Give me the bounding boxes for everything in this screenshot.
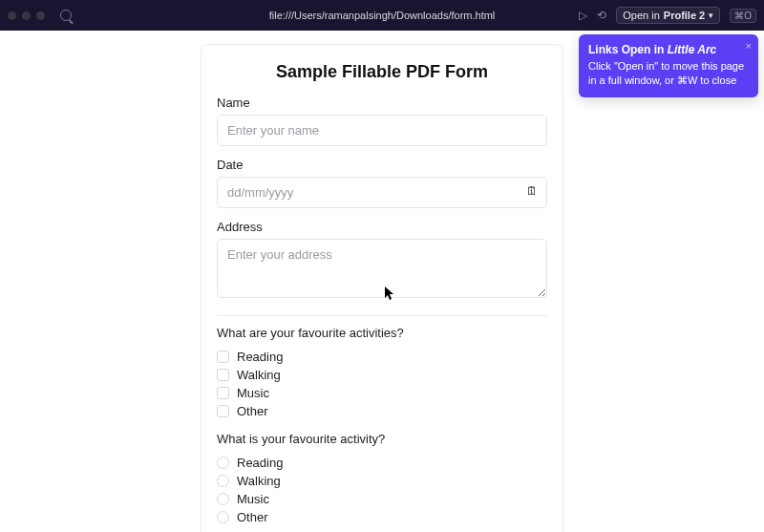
tooltip-body: Click "Open in" to move this page in a f… [588,59,749,88]
extension-icon[interactable]: ▷ [579,9,587,22]
checkbox-option[interactable]: Other [217,402,547,420]
name-label: Name [217,96,547,110]
tooltip-title-em: Little Arc [668,43,717,56]
checkbox-icon[interactable] [217,405,229,417]
checkbox-icon[interactable] [217,387,229,399]
shortcut-badge: ⌘O [730,9,756,23]
calendar-icon[interactable]: 🗓 [526,184,538,198]
option-label: Other [237,404,268,418]
traffic-light-max[interactable] [36,11,45,20]
name-input[interactable] [217,115,547,146]
question-multi: What are your favourite activities? [217,326,547,340]
window-controls [8,11,45,20]
radio-option[interactable]: Reading [217,454,547,472]
radio-option[interactable]: Other [217,508,547,526]
date-input[interactable] [217,177,547,208]
radio-option[interactable]: Music [217,490,547,508]
browser-topbar: file:///Users/ramanpalsingh/Downloads/fo… [0,0,764,31]
search-icon[interactable] [60,10,72,21]
radio-option[interactable]: Walking [217,472,547,490]
mouse-cursor-icon [385,287,396,302]
radio-icon[interactable] [217,475,229,487]
close-icon[interactable]: × [746,39,752,53]
traffic-light-min[interactable] [22,11,31,20]
chevron-down-icon: ▾ [709,11,713,20]
checkbox-icon[interactable] [217,369,229,381]
option-label: Reading [237,456,283,470]
tooltip-title-prefix: Links Open in [588,43,668,56]
form-card: Sample Fillable PDF Form Name Date 🗓 Add… [201,44,563,532]
option-label: Walking [237,474,281,488]
option-label: Music [237,386,269,400]
radio-icon[interactable] [217,493,229,505]
tooltip-title: Links Open in Little Arc [588,42,749,57]
profile-open-label: Open in [623,10,660,21]
traffic-light-close[interactable] [8,11,16,20]
checkbox-icon[interactable] [217,351,229,363]
address-label: Address [217,220,547,234]
radio-icon[interactable] [217,511,229,523]
link-icon[interactable]: ⟲ [597,9,606,22]
topbar-right-tools: ▷ ⟲ Open in Profile 2 ▾ ⌘O [579,7,756,24]
radio-group: Reading Walking Music Other [217,454,547,526]
divider [217,315,547,316]
option-label: Walking [237,368,281,382]
option-label: Music [237,492,269,506]
checkbox-option[interactable]: Walking [217,366,547,384]
checkbox-option[interactable]: Reading [217,348,547,366]
option-label: Other [237,510,268,524]
address-bar-url[interactable]: file:///Users/ramanpalsingh/Downloads/fo… [269,10,496,21]
profile-name: Profile 2 [664,10,705,21]
question-single: What is your favourite activity? [217,432,547,446]
date-label: Date [217,158,547,172]
open-in-profile-button[interactable]: Open in Profile 2 ▾ [616,7,720,24]
checkbox-option[interactable]: Music [217,384,547,402]
option-label: Reading [237,350,283,364]
radio-icon[interactable] [217,457,229,469]
checkbox-group: Reading Walking Music Other [217,348,547,420]
little-arc-tooltip: × Links Open in Little Arc Click "Open i… [579,34,758,97]
form-title: Sample Fillable PDF Form [217,62,547,82]
address-input[interactable] [217,239,547,298]
